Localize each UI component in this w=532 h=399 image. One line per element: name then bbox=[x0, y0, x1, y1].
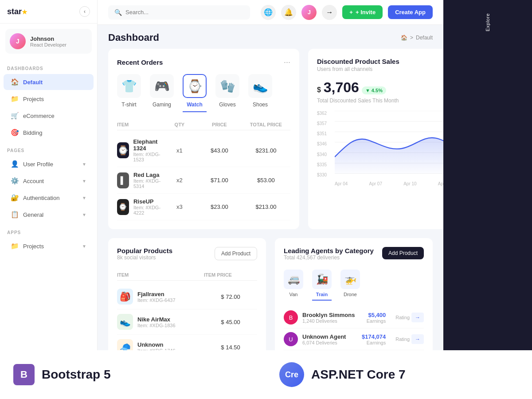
sidebar-item-account[interactable]: ⚙️ Account ▼ bbox=[4, 173, 94, 189]
list-item: 🎒 Fjallraven Item: #XDG-6437 $ 72.00 bbox=[117, 284, 257, 309]
breadcrumb: 🏠 > Default bbox=[401, 35, 433, 41]
table-row: ▌ Red Laga Item: #XDG-5314 x2 $71.00 $53… bbox=[117, 167, 290, 194]
user-icon: 👤 bbox=[11, 160, 19, 168]
product-name: Nike AirMax bbox=[137, 316, 176, 323]
sales-badge: ▼ 4.5% bbox=[362, 86, 386, 94]
globe-icon-btn[interactable]: 🌐 bbox=[261, 5, 276, 20]
general-icon: 📋 bbox=[11, 211, 19, 219]
breadcrumb-current: Default bbox=[416, 35, 433, 41]
topbar: 🔍 🌐 🔔 J → + + Invite Create App bbox=[98, 0, 443, 25]
user-card[interactable]: J Johnson React Developer bbox=[5, 29, 92, 54]
product-name: Fjallraven bbox=[137, 291, 176, 297]
rating-arrow-button[interactable]: → bbox=[411, 334, 424, 344]
plus-icon: + bbox=[349, 9, 353, 16]
sidebar-item-label: User Profile bbox=[23, 161, 53, 168]
tshirt-icon: 👕 bbox=[117, 74, 141, 98]
qty-cell: x3 bbox=[162, 203, 197, 210]
price-cell: $23.00 bbox=[197, 203, 242, 210]
tab-shoes[interactable]: 👟 Shoes bbox=[248, 74, 272, 112]
tab-gaming[interactable]: 🎮 Gaming bbox=[150, 74, 174, 112]
product-price: $ 45.00 bbox=[204, 319, 257, 325]
train-icon: 🚂 bbox=[312, 270, 332, 289]
pages-section-label: PAGES bbox=[0, 141, 97, 156]
shoes-icon: 👟 bbox=[248, 74, 272, 98]
sidebar-item-general[interactable]: 📋 General ▼ bbox=[4, 207, 94, 223]
chevron-down-icon: ▼ bbox=[82, 196, 86, 200]
dashboards-section-label: DASHBOARDS bbox=[0, 59, 97, 74]
product-tabs: 👕 T-shirt 🎮 Gaming ⌚ Watch 🧤 Gloves bbox=[117, 74, 290, 112]
agent-name: Brooklyn Simmons bbox=[302, 312, 355, 318]
sidebar-item-label: eCommerce bbox=[23, 113, 55, 119]
topbar-avatar[interactable]: J bbox=[301, 5, 317, 20]
add-product-button[interactable]: Add Product bbox=[215, 247, 257, 260]
avatar: J bbox=[10, 33, 26, 49]
brand-bootstrap[interactable]: B Bootstrap 5 bbox=[0, 350, 266, 399]
chart-y-labels: $362 $357 $351 $346 $340 $335 $330 bbox=[317, 111, 327, 177]
sidebar-item-label: Account bbox=[23, 178, 44, 184]
sidebar-item-projects[interactable]: 📁 Projects bbox=[4, 91, 94, 107]
lock-icon: 🔐 bbox=[11, 194, 19, 202]
chevron-down-icon: ▼ bbox=[82, 162, 86, 167]
qty-cell: x2 bbox=[162, 177, 197, 184]
product-id: Item: #XDG-1836 bbox=[137, 323, 176, 328]
user-name: Johnson bbox=[30, 35, 66, 42]
sidebar-item-default[interactable]: 🏠 Default bbox=[4, 74, 94, 90]
breadcrumb-home-icon: 🏠 bbox=[401, 35, 407, 41]
tab-watch[interactable]: ⌚ Watch bbox=[183, 74, 207, 112]
sidebar-logo-area: star★ ‹ bbox=[0, 0, 97, 23]
explore-tab[interactable]: Explore bbox=[481, 7, 494, 38]
invite-button[interactable]: + + Invite bbox=[342, 5, 383, 19]
sidebar-collapse-button[interactable]: ‹ bbox=[79, 6, 90, 17]
tab-van[interactable]: 🚐 Van bbox=[284, 270, 303, 301]
brand-aspnet[interactable]: Cre ASP.NET Core 7 bbox=[266, 350, 532, 399]
tab-tshirt[interactable]: 👕 T-shirt bbox=[117, 74, 141, 112]
product-icon: 👟 bbox=[117, 314, 133, 330]
bell-icon-btn[interactable]: 🔔 bbox=[281, 5, 296, 20]
chevron-down-icon: ▼ bbox=[82, 244, 86, 249]
tab-train[interactable]: 🚂 Train bbox=[312, 270, 332, 301]
tab-gloves[interactable]: 🧤 Gloves bbox=[215, 74, 239, 112]
app-logo: star★ bbox=[7, 7, 27, 16]
col-item: ITEM bbox=[117, 272, 204, 278]
gloves-icon: 🧤 bbox=[215, 74, 239, 98]
tab-drone[interactable]: 🚁 Drone bbox=[340, 270, 360, 301]
sidebar-item-label: Default bbox=[23, 79, 43, 86]
product-price: $ 14.50 bbox=[204, 344, 257, 351]
popular-products-header: Popular Products 8k social visitors Add … bbox=[117, 247, 257, 267]
product-name: Unknown bbox=[137, 341, 176, 348]
sidebar-item-bidding[interactable]: 🎯 Bidding bbox=[4, 125, 94, 141]
apps-section-label: APPS bbox=[0, 223, 97, 238]
sidebar-item-label: General bbox=[23, 211, 43, 218]
card-menu-icon[interactable]: ··· bbox=[284, 58, 290, 67]
sidebar-item-authentication[interactable]: 🔐 Authentication ▼ bbox=[4, 190, 94, 206]
search-input[interactable] bbox=[125, 9, 244, 16]
total-price-cell: $213.00 bbox=[242, 203, 290, 210]
sidebar-item-user-profile[interactable]: 👤 User Profile ▼ bbox=[4, 156, 94, 172]
agent-deliveries: 1,240 Deliveries bbox=[302, 318, 355, 324]
rating-label: Rating bbox=[395, 336, 410, 342]
search-box[interactable]: 🔍 bbox=[108, 5, 250, 20]
sidebar-item-apps-projects[interactable]: 📁 Projects ▼ bbox=[4, 238, 94, 254]
sales-chart: $362 $357 $351 $346 $340 $335 $330 bbox=[317, 111, 443, 186]
agent-name: Unknown Agent bbox=[302, 333, 346, 340]
van-icon: 🚐 bbox=[284, 270, 303, 289]
sidebar-item-ecommerce[interactable]: 🛒 eCommerce bbox=[4, 108, 94, 124]
rating-arrow-button[interactable]: → bbox=[411, 313, 424, 322]
list-item: U Unknown Agent 6,074 Deliveries $174,07… bbox=[284, 329, 424, 350]
dark-panel-bg bbox=[443, 35, 532, 399]
rating-label: Rating bbox=[395, 315, 410, 320]
home-icon: 🏠 bbox=[11, 78, 19, 86]
sales-subtitle: Users from all channels bbox=[317, 66, 399, 72]
page-title: Dashboard bbox=[108, 32, 159, 43]
leading-agents-title: Leading Agents by Category bbox=[284, 247, 374, 254]
add-product-button-2[interactable]: Add Product bbox=[382, 247, 424, 259]
brand-bar: B Bootstrap 5 Cre ASP.NET Core 7 bbox=[0, 350, 532, 399]
chevron-down-icon: ▼ bbox=[82, 179, 86, 184]
bootstrap-name: Bootstrap 5 bbox=[42, 368, 111, 382]
col-qty: QTY bbox=[162, 122, 197, 127]
leading-agents-subtitle: Total 424,567 deliveries bbox=[284, 254, 374, 261]
create-app-button[interactable]: Create App bbox=[388, 5, 433, 19]
aspnet-name: ASP.NET Core 7 bbox=[311, 368, 406, 382]
arrow-right-icon-btn[interactable]: → bbox=[322, 5, 337, 20]
item-icon: ⌚ bbox=[117, 142, 129, 158]
